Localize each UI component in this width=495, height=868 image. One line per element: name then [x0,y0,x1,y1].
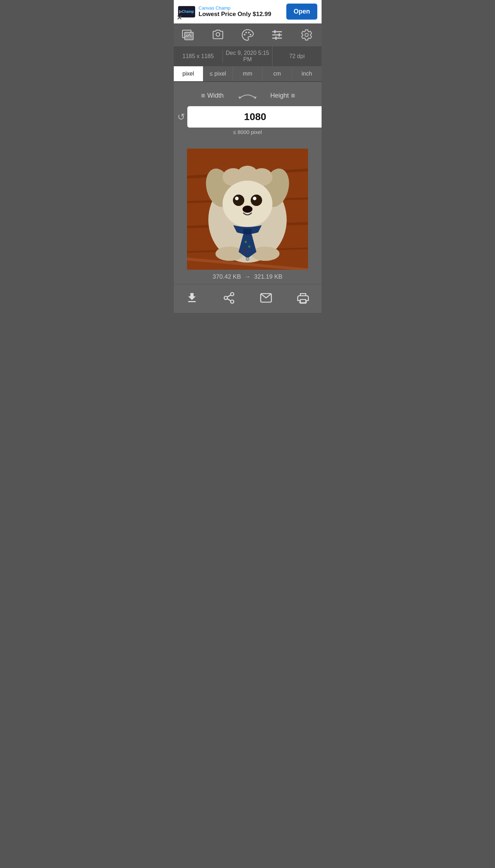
ad-banner: ▷ Champ Canvas Champ Lowest Price Only $… [174,0,322,24]
share-button[interactable] [223,291,235,304]
svg-line-47 [227,299,231,301]
svg-point-43 [246,258,249,260]
image-date: Dec 9, 2020 5:15 PM [223,46,272,66]
image-dpi: 72 dpi [272,50,322,63]
mail-button[interactable] [260,291,272,304]
svg-point-33 [235,197,239,200]
print-button[interactable] [297,291,309,304]
image-area: 370.42 KB → 321.19 KB [174,141,322,284]
bottom-toolbar [174,284,322,313]
inputs-row: ↺ ↻ [177,106,318,128]
ad-text: Canvas Champ Lowest Price Only $12.99 [199,5,283,18]
main-toolbar [174,24,322,46]
svg-point-35 [243,206,252,213]
width-input[interactable] [187,106,322,128]
svg-point-46 [231,300,234,303]
svg-point-5 [245,32,247,33]
file-size-row: 370.42 KB → 321.19 KB [213,273,282,280]
width-menu-icon[interactable]: ≡ [201,92,205,100]
tab-leq-pixel[interactable]: ≤ pixel [203,66,233,81]
preview-image-container [187,149,308,270]
height-menu-icon[interactable]: ≡ [291,92,295,100]
svg-point-4 [244,34,246,36]
camera-icon[interactable] [212,29,224,41]
sliders-icon[interactable] [271,29,283,41]
svg-line-48 [227,295,231,297]
info-bar: 1185 x 1185 Dec 9, 2020 5:15 PM 72 dpi [174,46,322,66]
tab-pixel[interactable]: pixel [174,66,203,81]
image-dimensions: 1185 x 1185 [174,50,223,63]
svg-point-39 [245,241,247,243]
constraint-text: ≤ 8000 pixel [177,128,318,138]
svg-point-41 [244,249,246,251]
svg-point-30 [223,181,272,227]
settings-icon[interactable] [300,29,313,41]
original-file-size: 370.42 KB [213,273,241,280]
width-reset-button[interactable]: ↺ [177,112,185,123]
palette-icon[interactable] [241,29,254,41]
labels-row: ≡ Width Height ≡ [177,88,318,103]
tab-inch[interactable]: inch [292,66,321,81]
controls-area: ≡ Width Height ≡ ↺ ↻ ≤ 8000 [174,82,322,141]
ad-open-button[interactable]: Open [286,4,317,20]
width-label: Width [207,92,224,99]
height-label: Height [270,92,289,99]
ad-close-button[interactable]: ✕ [177,15,182,21]
svg-point-3 [216,32,220,36]
svg-marker-16 [254,97,257,99]
svg-point-6 [248,32,250,33]
svg-point-32 [251,195,262,206]
svg-rect-38 [243,229,252,234]
svg-point-34 [253,197,256,200]
height-label-group: Height ≡ [261,92,304,100]
swap-arrows[interactable] [237,88,258,103]
tab-cm[interactable]: cm [262,66,292,81]
svg-point-45 [224,296,228,300]
ad-tagline: Lowest Price Only $12.99 [199,11,283,18]
svg-point-31 [233,195,244,206]
download-button[interactable] [186,291,198,304]
tab-mm[interactable]: mm [233,66,262,81]
svg-marker-15 [238,97,241,99]
ad-company-name: Canvas Champ [199,5,283,11]
arrow-icon: → [245,273,251,280]
svg-point-7 [250,34,251,36]
svg-point-44 [231,293,234,296]
unit-tabs: pixel ≤ pixel mm cm inch [174,66,322,82]
converted-file-size: 321.19 KB [254,273,282,280]
width-label-group: ≡ Width [191,92,234,100]
svg-point-40 [248,246,250,248]
svg-point-14 [305,33,308,37]
gallery-icon[interactable] [182,29,195,41]
